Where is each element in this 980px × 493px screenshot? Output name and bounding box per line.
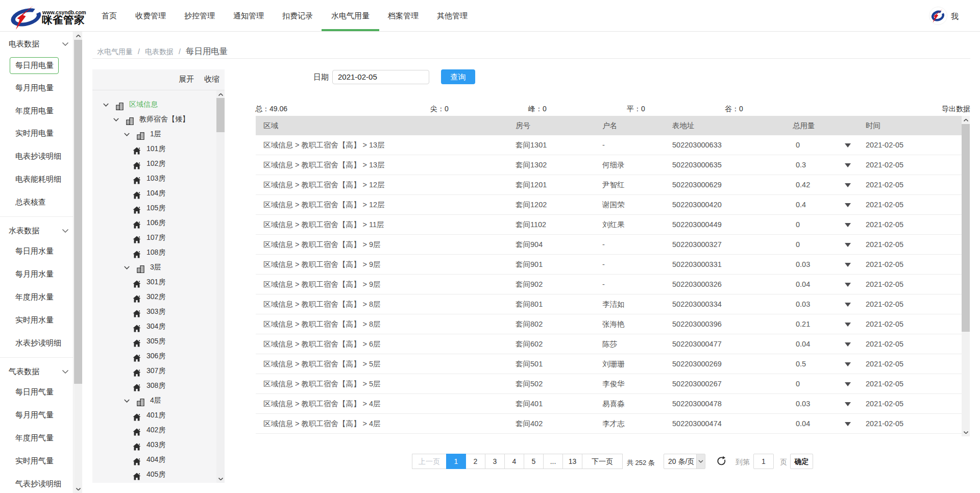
svg-text:咪雀管家: 咪雀管家 [42, 14, 85, 26]
